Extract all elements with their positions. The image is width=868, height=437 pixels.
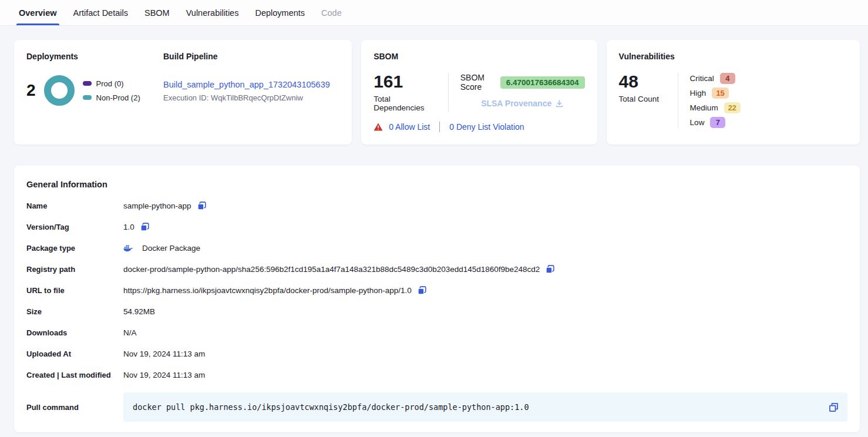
pull-command-text: docker pull pkg.harness.io/ikpsjoavtcwxn… — [133, 402, 828, 412]
build-pipeline-title: Build Pipeline — [163, 52, 339, 61]
info-label: Uploaded At — [26, 349, 123, 358]
legend-item-prod: Prod (0) — [83, 79, 140, 88]
sbom-total-label: Total Dependencies — [374, 95, 436, 112]
severity-count-badge: 15 — [712, 88, 728, 99]
pull-command-box: docker pull pkg.harness.io/ikpsjoavtcwxn… — [123, 392, 847, 422]
info-label: URL to file — [26, 286, 123, 295]
pull-command-row: Pull command docker pull pkg.harness.io/… — [26, 392, 847, 422]
prod-color-swatch — [83, 81, 92, 86]
warning-triangle-icon — [374, 123, 383, 131]
info-label: Package type — [26, 244, 123, 253]
tab-sbom[interactable]: SBOM — [144, 0, 170, 25]
tab-artifact-details[interactable]: Artifact Details — [73, 0, 128, 25]
severity-row-high: High 15 — [690, 88, 741, 99]
copy-pull-command-button[interactable] — [828, 402, 839, 413]
pipeline-link[interactable]: Build_sample_python_app_1732043105639 — [163, 80, 330, 89]
info-row-version: Version/Tag 1.0 — [26, 216, 847, 237]
severity-count-badge: 7 — [710, 117, 725, 128]
execution-id-text: Execution ID: WqkTilbBRqecQrpDtZwniw — [163, 93, 339, 102]
deny-list-link[interactable]: 0 Deny List Violation — [449, 122, 524, 132]
info-value-text: Nov 19, 2024 11:13 am — [123, 371, 205, 379]
severity-label: High — [690, 89, 706, 98]
deployments-donut-chart — [44, 75, 75, 106]
sbom-score-badge: 6.470017636684304 — [500, 76, 585, 89]
list-links-divider — [439, 122, 440, 132]
sbom-title: SBOM — [374, 52, 584, 61]
severity-label: Medium — [690, 103, 718, 112]
vulnerabilities-total-block: 48 Total Count — [619, 72, 666, 128]
info-row-size: Size 54.92MB — [26, 301, 847, 322]
info-value-text: Nov 19, 2024 11:13 am — [123, 349, 205, 358]
sbom-score-label: SBOM Score — [460, 73, 494, 92]
info-row-uploaded-at: Uploaded At Nov 19, 2024 11:13 am — [26, 343, 847, 364]
info-row-downloads: Downloads N/A — [26, 322, 847, 343]
pull-command-label: Pull command — [26, 403, 123, 412]
tab-code: Code — [321, 0, 342, 25]
vulnerabilities-total-label: Total Count — [619, 95, 666, 103]
vulnerabilities-total-count: 48 — [619, 72, 666, 91]
prod-legend-label: Prod (0) — [96, 79, 124, 88]
severity-list: Critical 4 High 15 Medium 22 Low 7 — [690, 72, 741, 128]
info-value-text: https://pkg.harness.io/ikpsjoavtcwxnqisy… — [123, 286, 412, 295]
docker-whale-icon — [123, 244, 133, 252]
tab-deployments[interactable]: Deployments — [255, 0, 305, 25]
copy-registry-path-button[interactable] — [545, 264, 555, 274]
deployments-total-count: 2 — [26, 81, 36, 100]
severity-label: Low — [690, 118, 705, 127]
summary-cards-row: Deployments 2 Prod (0) Non-Prod (2) Buil… — [14, 40, 860, 144]
info-label: Size — [26, 307, 123, 316]
download-icon[interactable] — [555, 99, 564, 108]
nonprod-legend-label: Non-Prod (2) — [96, 93, 140, 102]
sbom-card: SBOM 161 Total Dependencies SBOM Score 6… — [361, 40, 597, 144]
severity-count-badge: 22 — [724, 102, 741, 113]
info-value-text: sample-python-app — [123, 201, 191, 210]
info-row-package-type: Package type Docker Package — [26, 237, 847, 258]
deployments-title: Deployments — [26, 52, 163, 61]
info-row-registry-path: Registry path docker-prod/sample-python-… — [26, 258, 847, 280]
vulnerabilities-title: Vulnerabilities — [619, 52, 847, 61]
vulnerabilities-card: Vulnerabilities 48 Total Count Critical … — [607, 40, 860, 144]
severity-count-badge: 4 — [720, 73, 735, 84]
legend-item-nonprod: Non-Prod (2) — [83, 93, 140, 102]
deployments-legend: Prod (0) Non-Prod (2) — [83, 79, 140, 102]
copy-url-button[interactable] — [417, 285, 427, 295]
tab-vulnerabilities[interactable]: Vulnerabilities — [186, 0, 239, 25]
general-information-card: General Information Name sample-python-a… — [14, 166, 860, 432]
info-label: Version/Tag — [26, 223, 123, 231]
info-label: Created | Last modified — [26, 371, 123, 379]
copy-version-button[interactable] — [140, 222, 150, 232]
general-information-title: General Information — [26, 180, 847, 189]
sbom-total-block: 161 Total Dependencies — [374, 72, 436, 112]
info-label: Registry path — [26, 265, 123, 274]
info-value-text: N/A — [123, 328, 137, 337]
info-row-name: Name sample-python-app — [26, 195, 847, 216]
severity-row-critical: Critical 4 — [690, 73, 741, 84]
info-value-text: Docker Package — [142, 244, 200, 253]
severity-row-medium: Medium 22 — [690, 102, 741, 113]
info-row-url: URL to file https://pkg.harness.io/ikpsj… — [26, 280, 847, 301]
severity-row-low: Low 7 — [690, 117, 741, 128]
info-value-text: 1.0 — [123, 223, 134, 231]
info-row-created-modified: Created | Last modified Nov 19, 2024 11:… — [26, 364, 847, 385]
info-value-text: 54.92MB — [123, 307, 155, 316]
sbom-total-count: 161 — [374, 72, 436, 91]
nonprod-color-swatch — [83, 95, 92, 100]
vulnerabilities-divider — [678, 73, 678, 128]
tab-overview[interactable]: Overview — [19, 0, 57, 25]
info-label: Name — [26, 201, 123, 210]
info-value-text: docker-prod/sample-python-app/sha256:596… — [123, 265, 540, 274]
slsa-provenance-link[interactable]: SLSA Provenance — [481, 99, 551, 108]
copy-name-button[interactable] — [197, 201, 207, 211]
allow-list-link[interactable]: 0 Allow List — [389, 122, 430, 132]
sbom-divider — [448, 73, 449, 112]
deployments-card: Deployments 2 Prod (0) Non-Prod (2) Buil… — [14, 40, 352, 144]
severity-label: Critical — [690, 74, 714, 83]
info-label: Downloads — [26, 328, 123, 337]
tab-bar: Overview Artifact Details SBOM Vulnerabi… — [0, 0, 868, 26]
